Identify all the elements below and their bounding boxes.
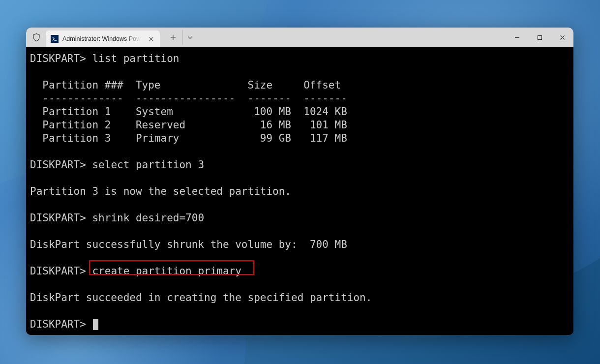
tab-close-button[interactable]	[147, 35, 155, 43]
command-list-partition: list partition	[92, 53, 179, 64]
message-shrunk: DiskPart successfully shrunk the volume …	[30, 239, 347, 250]
prompt: DISKPART>	[30, 318, 86, 330]
titlebar[interactable]: Administrator: Windows PowerShell	[26, 28, 573, 47]
terminal-window: Administrator: Windows PowerShell DISKPA…	[26, 28, 573, 335]
close-button[interactable]	[551, 28, 573, 47]
prompt: DISKPART>	[30, 212, 86, 224]
table-divider: ------------- ---------------- ------- -…	[30, 92, 347, 104]
table-row: Partition 1 System 100 MB 1024 KB	[30, 106, 347, 118]
admin-shield-icon	[32, 33, 41, 42]
message-selected: Partition 3 is now the selected partitio…	[30, 185, 291, 197]
prompt: DISKPART>	[30, 53, 86, 64]
maximize-button[interactable]	[528, 28, 551, 47]
powershell-icon	[51, 35, 59, 43]
terminal-tab[interactable]: Administrator: Windows PowerShell	[46, 30, 160, 47]
tab-dropdown-button[interactable]	[182, 30, 197, 45]
command-create-partition: create partition primary	[92, 265, 241, 277]
prompt: DISKPART>	[30, 265, 86, 277]
minimize-button[interactable]	[506, 28, 528, 47]
terminal-output[interactable]: DISKPART> list partition Partition ### T…	[26, 47, 573, 335]
cursor	[93, 319, 98, 330]
table-row: Partition 2 Reserved 16 MB 101 MB	[30, 119, 347, 131]
tab-title: Administrator: Windows PowerShell	[62, 35, 141, 42]
command-select-partition: select partition 3	[92, 159, 204, 171]
svg-rect-0	[538, 35, 541, 39]
new-tab-button[interactable]	[166, 30, 180, 45]
command-shrink: shrink desired=700	[92, 212, 204, 224]
table-header: Partition ### Type Size Offset	[30, 79, 341, 91]
message-created: DiskPart succeeded in creating the speci…	[30, 292, 372, 303]
table-row: Partition 3 Primary 99 GB 117 MB	[30, 132, 347, 144]
prompt: DISKPART>	[30, 159, 86, 171]
